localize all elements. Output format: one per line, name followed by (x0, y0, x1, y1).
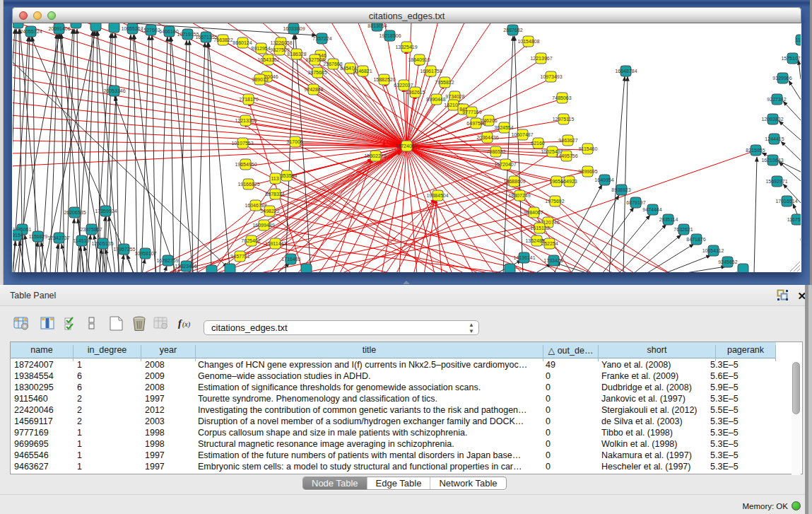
svg-text:9474444: 9474444 (642, 207, 661, 212)
svg-text:1716485: 1716485 (281, 257, 300, 262)
svg-text:13325419: 13325419 (395, 45, 417, 49)
svg-text:16046788: 16046788 (245, 203, 266, 208)
svg-text:26206535: 26206535 (64, 210, 86, 215)
svg-text:3624554: 3624554 (494, 125, 513, 130)
svg-text:10973493: 10973493 (540, 74, 562, 79)
svg-text:23975867: 23975867 (80, 227, 102, 232)
svg-text:12093832: 12093832 (761, 117, 783, 122)
svg-text:9084067: 9084067 (524, 210, 543, 215)
svg-text:8660124: 8660124 (233, 40, 252, 45)
svg-text:10654112: 10654112 (702, 248, 724, 253)
svg-text:2887682: 2887682 (503, 28, 522, 33)
svg-text:7986532: 7986532 (486, 149, 505, 154)
svg-text:16911443: 16911443 (265, 241, 287, 246)
svg-text:1640954: 1640954 (594, 177, 613, 182)
svg-text:16648784: 16648784 (615, 69, 637, 74)
svg-text:7955812: 7955812 (435, 80, 454, 85)
svg-text:16671355: 16671355 (195, 35, 217, 40)
svg-text:3875685: 3875685 (307, 70, 326, 75)
svg-text:6497508: 6497508 (466, 121, 486, 126)
svg-text:24055724: 24055724 (20, 29, 42, 34)
svg-text:8912954: 8912954 (251, 46, 270, 51)
svg-text:2935114: 2935114 (659, 217, 678, 222)
svg-text:1975692: 1975692 (545, 199, 564, 204)
svg-text:10607487: 10607487 (511, 132, 533, 137)
svg-text:1167533: 1167533 (787, 217, 801, 222)
svg-text:18640910: 18640910 (408, 57, 430, 62)
svg-text:39154: 39154 (13, 233, 23, 238)
svg-text:19384504: 19384504 (426, 193, 448, 198)
svg-text:10655267: 10655267 (121, 26, 143, 31)
svg-text:5498222: 5498222 (260, 209, 279, 214)
svg-text:17016514: 17016514 (775, 199, 797, 204)
svg-text:113: 113 (271, 176, 278, 181)
svg-text:15882520: 15882520 (373, 77, 395, 82)
svg-text:10107553: 10107553 (231, 141, 253, 146)
svg-text:10958107: 10958107 (134, 251, 156, 256)
svg-text:16099489: 16099489 (252, 223, 274, 228)
svg-text:9245652: 9245652 (718, 259, 737, 264)
svg-text:1527602: 1527602 (141, 28, 160, 33)
svg-text:9242848: 9242848 (304, 87, 323, 92)
svg-text:18724007: 18724007 (395, 144, 417, 148)
svg-text:8215955: 8215955 (746, 148, 765, 153)
svg-text:(x): (x) (182, 320, 191, 329)
svg-text:7625402: 7625402 (241, 238, 260, 243)
svg-text:9777169: 9777169 (462, 110, 481, 115)
svg-text:12342737: 12342737 (47, 235, 69, 240)
svg-text:252254: 252254 (541, 241, 558, 246)
svg-text:9734028: 9734028 (445, 94, 464, 99)
svg-text:9227342: 9227342 (767, 97, 786, 102)
svg-text:1156829: 1156829 (29, 234, 48, 239)
svg-text:6322037: 6322037 (394, 83, 413, 88)
svg-text:12505135: 12505135 (91, 241, 113, 246)
svg-text:2718170: 2718170 (239, 97, 258, 102)
svg-text:15692971: 15692971 (765, 179, 787, 184)
svg-text:20691406: 20691406 (48, 26, 70, 31)
svg-text:10154808: 10154808 (517, 39, 539, 44)
svg-text:12323466: 12323466 (175, 264, 196, 269)
svg-text:8938923: 8938923 (611, 187, 630, 192)
svg-text:15751074: 15751074 (781, 56, 801, 61)
svg-text:16782759: 16782759 (156, 258, 178, 263)
svg-text:18807249: 18807249 (508, 193, 530, 198)
svg-text:7485063: 7485063 (552, 95, 571, 100)
svg-text:17957255: 17957255 (113, 247, 135, 252)
svg-text:8990448: 8990448 (426, 97, 445, 102)
svg-text:1244415: 1244415 (765, 136, 784, 141)
svg-text:9327508: 9327508 (305, 57, 324, 62)
svg-text:62160: 62160 (531, 141, 545, 146)
svg-text:8878334: 8878334 (265, 192, 284, 197)
svg-text:19654950: 19654950 (235, 162, 257, 167)
svg-text:15720407: 15720407 (494, 162, 516, 167)
svg-text:16961758: 16961758 (420, 69, 442, 74)
svg-text:17359924: 17359924 (95, 209, 117, 214)
svg-text:7632621: 7632621 (673, 227, 693, 232)
svg-text:20364436: 20364436 (476, 135, 498, 140)
svg-text:164923: 164923 (560, 179, 577, 184)
svg-text:1362615: 1362615 (406, 90, 425, 95)
svg-text:10688609: 10688609 (503, 179, 525, 184)
svg-text:19218506: 19218506 (379, 33, 401, 38)
svg-text:16210643: 16210643 (761, 158, 783, 163)
svg-text:9146821: 9146821 (353, 69, 372, 74)
svg-text:26053346: 26053346 (103, 88, 125, 93)
svg-text:8471876: 8471876 (686, 237, 705, 242)
svg-text:14136141: 14136141 (513, 255, 535, 260)
svg-text:317006: 317006 (286, 139, 302, 144)
svg-text:9463627: 9463627 (558, 138, 577, 143)
svg-text:8813054: 8813054 (367, 23, 387, 28)
svg-text:9899695: 9899695 (578, 169, 597, 174)
svg-text:12213369: 12213369 (235, 118, 257, 123)
svg-text:16543362: 16543362 (257, 57, 279, 62)
svg-text:16033809: 16033809 (283, 26, 305, 31)
svg-text:19166825: 19166825 (237, 182, 259, 187)
svg-text:12213967: 12213967 (530, 56, 552, 61)
svg-text:8186328: 8186328 (287, 52, 306, 57)
svg-text:9457791: 9457791 (230, 254, 249, 259)
svg-text:15302275: 15302275 (364, 153, 386, 158)
svg-text:12975115: 12975115 (553, 117, 575, 122)
svg-text:7357224: 7357224 (312, 36, 331, 41)
svg-text:6466160: 6466160 (159, 29, 178, 34)
svg-text:9329966: 9329966 (772, 76, 792, 81)
